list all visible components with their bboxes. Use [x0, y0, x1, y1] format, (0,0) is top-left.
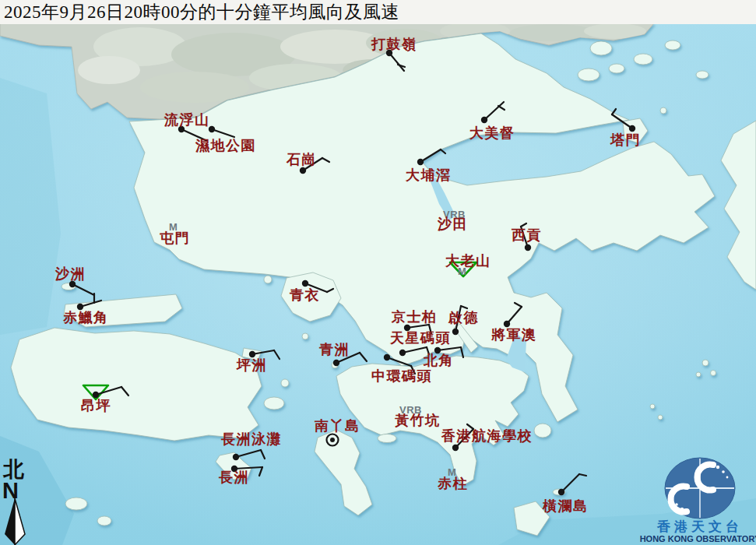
station-dot: [384, 354, 390, 360]
map-title: 2025年9月26日20時00分的十分鐘平均風向及風速: [0, 0, 399, 24]
station-label: 中環碼頭: [371, 368, 432, 384]
station-dot: [209, 126, 215, 132]
station-dot: [300, 167, 306, 174]
station-label: 大埔滘: [405, 167, 452, 183]
station-label: 石崗: [286, 152, 317, 167]
station-label: 沙洲: [55, 266, 86, 282]
station-dot: [302, 280, 308, 287]
station-label: 香港航海學校: [441, 428, 533, 444]
station-label: 大老山: [445, 253, 491, 269]
station-label: 打鼓嶺: [371, 37, 417, 52]
station-dot: [452, 329, 459, 335]
wind-map-screenshot: 2025年9月26日20時00分的十分鐘平均風向及風速: [0, 0, 756, 545]
title-bar: 2025年9月26日20時00分的十分鐘平均風向及風速: [0, 0, 756, 24]
station-dot: [333, 360, 339, 366]
station-label: 黃竹坑: [395, 413, 441, 428]
station-label: 濕地公園: [195, 138, 256, 153]
kau-yi-chau-islet: [302, 333, 308, 339]
station-label: 天星碼頭: [389, 330, 451, 346]
station-label: 青洲: [318, 342, 350, 357]
station-dot: [77, 304, 83, 310]
station-label: 昂坪: [81, 398, 111, 413]
station-dot: [69, 281, 76, 287]
station-label: 長洲泳灘: [220, 431, 282, 447]
station-label: 大美督: [469, 125, 515, 141]
station-label: 北角: [423, 353, 454, 368]
soko-islet-1: [65, 498, 87, 510]
ap-lei-chau-islet: [378, 434, 396, 443]
station-dot: [629, 125, 635, 132]
station-label: 橫瀾島: [542, 498, 589, 514]
compass-n-label: N: [2, 478, 19, 503]
station-label: 赤柱: [437, 476, 468, 491]
port-island-islet: [660, 107, 666, 114]
station-label: 長洲: [218, 469, 249, 485]
station-label: 屯門: [160, 230, 190, 246]
station-label: 沙田: [437, 216, 468, 232]
station-label: 京士柏: [391, 309, 438, 325]
station-label: 流浮山: [164, 112, 210, 128]
station-dot: [399, 350, 406, 356]
station-dot: [249, 351, 255, 357]
station-dot: [525, 244, 531, 251]
station-label: 西貢: [511, 227, 542, 243]
station-label: 赤鱲角: [62, 310, 109, 325]
hong-kong-map: 打鼓嶺流浮山濕地公園石崗大美督塔門大埔滘VRB沙田M屯門西貢M大老山沙洲赤鱲角青…: [0, 0, 756, 545]
station-dot: [233, 454, 239, 460]
station-label: 南丫島: [314, 418, 360, 434]
station-dot: [504, 321, 510, 327]
station-label: 將軍澳: [491, 327, 537, 343]
station-dot: [417, 159, 424, 165]
hko-logo-chinese: 香港天文台: [656, 519, 743, 534]
station-dot: [93, 392, 99, 398]
ma-wan-islet: [264, 276, 272, 283]
station-dot: [558, 489, 564, 495]
calm-icon-dot: [330, 438, 335, 442]
station-label: 塔門: [610, 132, 641, 148]
hko-logo-english: HONG KONG OBSERVATORY: [640, 534, 756, 543]
station-label: 坪洲: [236, 357, 267, 373]
soko-islet-2: [97, 516, 111, 526]
station-dot: [452, 445, 459, 451]
hei-ling-chau-islet: [264, 397, 284, 410]
sunshine-islet: [281, 379, 289, 387]
station-label: 青衣: [289, 287, 320, 303]
station-label: 啟德: [448, 310, 479, 325]
station-dot: [481, 117, 487, 123]
tung-lung-islet: [534, 424, 551, 438]
